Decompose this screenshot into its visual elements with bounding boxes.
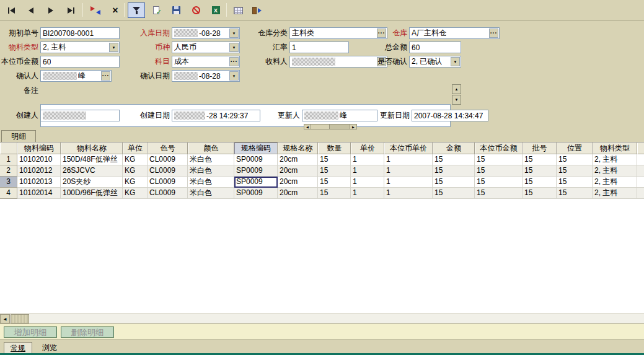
grid-cell[interactable]: 米白色 <box>188 165 234 177</box>
grid-cell[interactable]: 15 <box>523 154 557 165</box>
grid-cell[interactable]: 15 <box>475 188 523 199</box>
approve-button[interactable]: ✓ <box>148 2 165 18</box>
grid-cell[interactable]: 10102012 <box>17 165 61 177</box>
grid-cell[interactable] <box>637 177 644 188</box>
grid-cell[interactable]: 20cm <box>278 177 318 188</box>
grid-cell[interactable]: 20cm <box>278 165 318 177</box>
row-number-cell[interactable]: 3 <box>0 177 17 188</box>
grid-horizontal-scrollbar[interactable]: ◀ <box>0 313 644 323</box>
grid-cell[interactable]: 15 <box>475 154 523 165</box>
grid-cell[interactable]: 15 <box>318 165 351 177</box>
grid-header-cell[interactable]: 本位币单价 <box>384 142 433 154</box>
grid-cell[interactable]: 15 <box>557 165 593 177</box>
update-date-input[interactable]: 2007-08-28 14:34:47 <box>412 110 488 121</box>
doc-no-input[interactable]: BI200708-0001 <box>40 27 120 39</box>
grid-header-cell[interactable]: 本位币金额 <box>475 142 523 154</box>
prev-record-button[interactable] <box>22 2 40 18</box>
grid-cell[interactable]: 15 <box>433 188 475 199</box>
tab-browse[interactable]: 浏览 <box>36 342 63 354</box>
currency-combo[interactable]: 人民币 ▼ <box>172 42 240 53</box>
first-record-button[interactable] <box>2 2 20 18</box>
grid-cell[interactable] <box>637 188 644 199</box>
grid-header-cell[interactable]: 规格编码 <box>234 142 278 154</box>
grid-cell[interactable]: 20cm <box>278 154 318 165</box>
grid-cell[interactable]: KG <box>123 165 148 177</box>
grid-cell[interactable]: CL0009 <box>148 165 188 177</box>
remark-scroll-down-button[interactable]: ▼ <box>452 95 461 105</box>
edit-record-button[interactable] <box>87 2 104 18</box>
confirmed-combo[interactable]: 2, 已确认 ▼ <box>409 56 461 68</box>
tab-detail[interactable]: 明细 <box>1 130 36 142</box>
grid-cell[interactable]: 15 <box>557 188 593 199</box>
grid-cell[interactable]: 1 <box>384 165 433 177</box>
grid-cell[interactable]: 20cm <box>278 188 318 199</box>
grid-header-cell[interactable]: 批号 <box>523 142 557 154</box>
grid-cell[interactable]: 1 <box>351 154 384 165</box>
next-record-button[interactable] <box>42 2 60 18</box>
grid-cell[interactable]: 15 <box>433 177 475 188</box>
grid-cell[interactable]: SP0009 <box>234 165 278 177</box>
save-button[interactable] <box>167 2 185 18</box>
grid-cell[interactable]: 1 <box>384 177 433 188</box>
tab-general[interactable]: 常规 <box>4 342 32 354</box>
grid-cell[interactable]: 1 <box>351 188 384 199</box>
form-horizontal-scrollbar[interactable]: ◀ ▶ <box>304 124 357 129</box>
grid-header-blank[interactable] <box>637 142 644 154</box>
grid-cell[interactable] <box>637 165 644 177</box>
in-date-dropdown-button[interactable]: ▼ <box>229 28 239 38</box>
grid-header-cell[interactable]: 规格名称 <box>278 142 318 154</box>
grid-cell[interactable]: 15 <box>433 165 475 177</box>
grid-cell[interactable]: KG <box>123 188 148 199</box>
grid-header-cell[interactable]: 金额 <box>433 142 475 154</box>
grid-cell[interactable]: 米白色 <box>188 188 234 199</box>
grid-header-blank[interactable] <box>0 142 17 154</box>
grid-cell[interactable]: 26SJCVC <box>61 165 123 177</box>
creator-input[interactable] <box>40 110 120 121</box>
grid-cell[interactable]: 15 <box>433 154 475 165</box>
grid-header-cell[interactable]: 数量 <box>318 142 351 154</box>
grid-header-cell[interactable]: 颜色 <box>188 142 234 154</box>
subject-input[interactable]: 成本 ... <box>172 56 240 68</box>
grid-cell[interactable]: 15 <box>523 188 557 199</box>
scrollbar-thumb[interactable] <box>311 125 330 129</box>
filter-button[interactable] <box>128 2 145 18</box>
export-excel-button[interactable]: X <box>207 2 224 18</box>
grid-cell[interactable]: 10102013 <box>17 177 61 188</box>
create-date-input[interactable]: -28 14:29:37 <box>172 110 260 121</box>
scroll-right-icon[interactable]: ▶ <box>350 125 356 129</box>
grid-cell[interactable]: 1 <box>384 188 433 199</box>
grid-cell[interactable]: CL0009 <box>148 177 188 188</box>
row-number-cell[interactable]: 2 <box>0 165 17 177</box>
add-detail-button[interactable]: 增加明细 <box>4 327 57 338</box>
grid-cell[interactable]: SP0009 <box>234 188 278 199</box>
grid-header-cell[interactable]: 物料编码 <box>17 142 61 154</box>
grid-cell[interactable]: 15 <box>318 154 351 165</box>
grid-header-cell[interactable]: 物料类型 <box>593 142 637 154</box>
grid-cell[interactable]: 15 <box>523 165 557 177</box>
grid-header-cell[interactable]: 单位 <box>123 142 148 154</box>
grid-header-cell[interactable]: 物料名称 <box>61 142 123 154</box>
scroll-left-icon[interactable]: ◀ <box>304 125 311 129</box>
grid-cell[interactable]: KG <box>123 154 148 165</box>
base-amount-input[interactable]: 60 <box>40 56 120 68</box>
confirmer-lookup-button[interactable]: ... <box>101 71 110 81</box>
warehouse-input[interactable]: A厂主料仓 ... <box>409 27 500 39</box>
material-type-dropdown-button[interactable]: ▼ <box>109 43 118 52</box>
grid-scrollbar-thumb[interactable] <box>11 314 29 323</box>
grid-header-cell[interactable]: 位置 <box>557 142 593 154</box>
remark-scroll-up-button[interactable]: ▲ <box>452 84 461 94</box>
last-record-button[interactable] <box>62 2 79 18</box>
grid-cell[interactable]: SP0009 <box>234 154 278 165</box>
exit-button[interactable] <box>249 2 267 18</box>
warehouse-lookup-button[interactable]: ... <box>489 28 498 38</box>
grid-cell[interactable]: 15 <box>318 188 351 199</box>
grid-cell[interactable]: 2, 主料 <box>593 165 637 177</box>
grid-cell[interactable]: 150D/48F低弹丝 <box>61 154 123 165</box>
material-type-combo[interactable]: 2, 主料 ▼ <box>40 42 120 53</box>
grid-cell[interactable]: 2, 主料 <box>593 177 637 188</box>
grid-cell[interactable]: 15 <box>475 165 523 177</box>
receiver-input[interactable]: ... <box>289 56 387 68</box>
grid-cell[interactable]: 米白色 <box>188 154 234 165</box>
grid-cell[interactable]: 100D/96F低弹丝 <box>61 188 123 199</box>
grid-cell[interactable]: 15 <box>475 177 523 188</box>
